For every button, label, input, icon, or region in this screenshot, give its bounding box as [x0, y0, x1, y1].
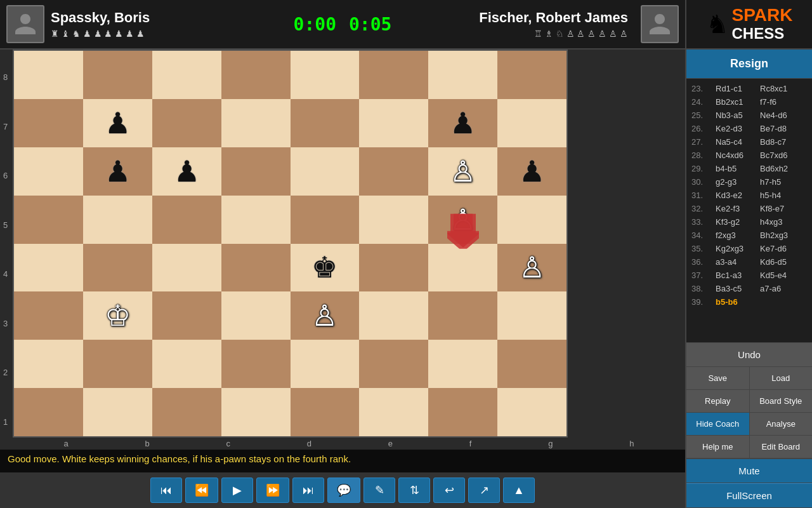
move-white[interactable]: Nc4xd6	[714, 150, 758, 161]
move-black[interactable]: Kd6-d5	[758, 257, 802, 267]
cell-a7[interactable]	[14, 99, 83, 147]
cell-e7[interactable]	[291, 99, 360, 147]
cell-g6[interactable]: ♙	[428, 147, 497, 196]
cell-e8[interactable]	[291, 51, 360, 99]
move-black[interactable]: Kd5-e4	[758, 270, 802, 281]
move-white[interactable]: Ke2-f3	[714, 203, 758, 214]
load-button[interactable]: Load	[749, 367, 813, 389]
move-white[interactable]: Bb2xc1	[714, 97, 758, 107]
move-white[interactable]: b5-b6	[714, 297, 758, 307]
cell-f2[interactable]	[359, 340, 428, 388]
cell-a6[interactable]	[14, 147, 83, 196]
cell-h2[interactable]	[497, 340, 566, 388]
resign-button[interactable]: Resign	[686, 50, 812, 79]
cell-f8[interactable]	[359, 51, 428, 99]
cell-b3[interactable]: ♔	[83, 291, 152, 340]
cell-d8[interactable]	[221, 51, 291, 99]
cell-h6[interactable]: ♟	[497, 147, 566, 196]
move-white[interactable]: f2xg3	[714, 230, 758, 241]
cell-e6[interactable]	[291, 147, 360, 196]
move-black[interactable]: a7-a6	[758, 283, 802, 294]
cell-c2[interactable]	[152, 340, 221, 388]
cell-d6[interactable]	[221, 147, 291, 196]
move-white[interactable]: Kf3-g2	[714, 217, 758, 227]
move-black[interactable]: Bc7xd6	[758, 150, 802, 161]
cell-h1[interactable]	[497, 388, 566, 436]
move-black[interactable]: h5-h4	[758, 190, 802, 201]
cell-e4[interactable]: ♚	[291, 244, 360, 292]
prev-move-button[interactable]: ⏪	[185, 478, 218, 503]
last-move-button[interactable]: ⏭	[292, 478, 324, 503]
move-black[interactable]: h7-h5	[758, 177, 802, 187]
cell-c7[interactable]	[152, 99, 221, 147]
move-white[interactable]: Bc1-a3	[714, 270, 758, 281]
cell-e3[interactable]: ♙	[291, 291, 360, 340]
move-black[interactable]: Be7-d8	[758, 123, 802, 134]
cell-f3[interactable]	[359, 291, 428, 340]
cell-f7[interactable]	[359, 99, 428, 147]
cell-h5[interactable]	[497, 196, 566, 244]
signin-button[interactable]: ↩	[433, 478, 465, 503]
move-white[interactable]: Na5-c4	[714, 137, 758, 147]
cell-b2[interactable]	[83, 340, 152, 388]
cell-g3[interactable]	[428, 291, 497, 340]
cell-a8[interactable]	[14, 51, 83, 99]
next-move-button[interactable]: ⏩	[256, 478, 289, 503]
save-button[interactable]: Save	[686, 367, 749, 389]
edit-board-button[interactable]: Edit Board	[749, 436, 813, 458]
cell-a4[interactable]	[14, 244, 83, 292]
flip-button[interactable]: ⇅	[398, 478, 430, 503]
chess-board[interactable]: ♟♟♟♟♙♟♙♚♙♔♙	[13, 50, 568, 438]
cell-a2[interactable]	[14, 340, 83, 388]
fullscreen-button[interactable]: FullScreen	[686, 483, 812, 508]
menu-button[interactable]: ▲	[503, 478, 535, 503]
move-black[interactable]: Ne4-d6	[758, 110, 802, 121]
cell-g1[interactable]	[428, 388, 497, 436]
move-black[interactable]: Bd6xh2	[758, 163, 802, 174]
cell-b7[interactable]: ♟	[83, 99, 152, 147]
cell-g8[interactable]	[428, 51, 497, 99]
cell-d7[interactable]	[221, 99, 291, 147]
move-white[interactable]: Rd1-c1	[714, 83, 758, 94]
hide-coach-button[interactable]: Hide Coach	[686, 413, 749, 435]
move-black[interactable]: Ke7-d6	[758, 243, 802, 254]
cell-b8[interactable]	[83, 51, 152, 99]
cell-h4[interactable]: ♙	[497, 244, 566, 292]
board-style-button[interactable]: Board Style	[749, 390, 813, 412]
undo-button[interactable]: Undo	[686, 342, 812, 367]
move-black[interactable]: f7-f6	[758, 97, 802, 107]
share-button[interactable]: ↗	[468, 478, 500, 503]
cell-f5[interactable]	[359, 196, 428, 244]
cell-c5[interactable]	[152, 196, 221, 244]
help-me-button[interactable]: Help me	[686, 436, 749, 458]
move-white[interactable]: b4-b5	[714, 163, 758, 174]
cell-d4[interactable]	[221, 244, 291, 292]
move-white[interactable]: Ke2-d3	[714, 123, 758, 134]
cell-a1[interactable]	[14, 388, 83, 436]
move-black[interactable]: Bd8-c7	[758, 137, 802, 147]
cell-c1[interactable]	[152, 388, 221, 436]
cell-c4[interactable]	[152, 244, 221, 292]
cell-c3[interactable]	[152, 291, 221, 340]
cell-f1[interactable]	[359, 388, 428, 436]
move-white[interactable]: Nb3-a5	[714, 110, 758, 121]
move-black[interactable]: Bh2xg3	[758, 230, 802, 241]
cell-f6[interactable]	[359, 147, 428, 196]
move-white[interactable]: a3-a4	[714, 257, 758, 267]
move-black[interactable]: Kf8-e7	[758, 203, 802, 214]
cell-b6[interactable]: ♟	[83, 147, 152, 196]
move-black[interactable]: h4xg3	[758, 217, 802, 227]
replay-button[interactable]: Replay	[686, 390, 749, 412]
cell-g5[interactable]: ♙	[428, 196, 497, 244]
cell-e2[interactable]	[291, 340, 360, 388]
cell-h7[interactable]	[497, 99, 566, 147]
cell-g7[interactable]: ♟	[428, 99, 497, 147]
cell-b5[interactable]	[83, 196, 152, 244]
cell-e1[interactable]	[291, 388, 360, 436]
move-white[interactable]: Kd3-e2	[714, 190, 758, 201]
analyse-button[interactable]: Analyse	[749, 413, 813, 435]
move-black[interactable]: Rc8xc1	[758, 83, 802, 94]
cell-d1[interactable]	[221, 388, 291, 436]
cell-g2[interactable]	[428, 340, 497, 388]
cell-b1[interactable]	[83, 388, 152, 436]
